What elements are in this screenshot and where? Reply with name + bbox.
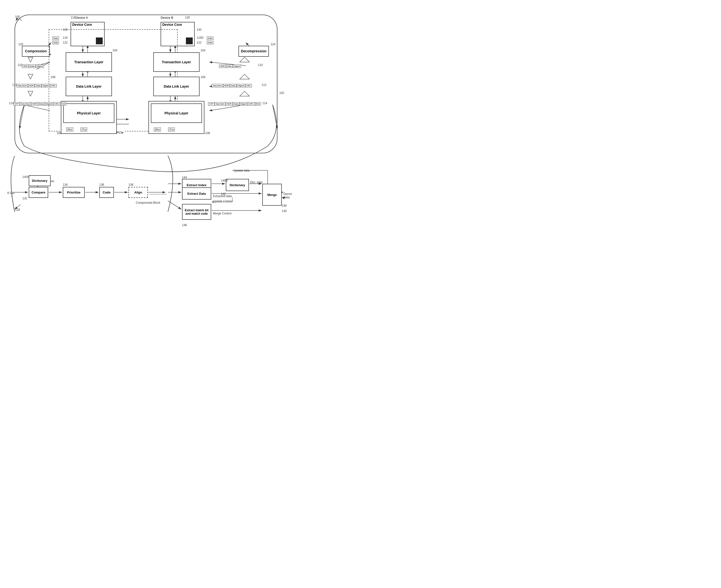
ref-146: 146: [182, 224, 187, 227]
compare-box: Compare: [29, 187, 48, 198]
digest-box-r1: Digest: [233, 64, 241, 68]
packet-row-seqnum-right: Seq Num HDR Data Digest CRC: [212, 84, 252, 87]
dictionary-a-box: Dictionary: [29, 175, 50, 186]
physical-layer-a-outer: Physical Layer (Rx) (Tx): [61, 101, 117, 134]
hdr-box-l2: HDR: [28, 84, 35, 87]
ref-108b: 108: [205, 131, 210, 135]
rx-label-b: (Rx): [154, 128, 161, 131]
ref-134: 134: [63, 183, 68, 186]
data-box-l1: Data: [29, 64, 36, 68]
extract-match-box: Extract match bit and match code: [182, 204, 211, 220]
ref-132-arrow: →: [10, 194, 13, 197]
digest-box-l3: Digest: [45, 102, 53, 106]
merge-label: Merge: [268, 193, 277, 197]
tx-label-b: (Tx): [168, 128, 175, 131]
crc-box-l: CRC: [50, 84, 57, 87]
data-box-l3: Data: [38, 102, 45, 106]
hdr-box-l1: HDR: [22, 64, 29, 68]
transaction-layer-a-label: Transaction Layer: [74, 60, 103, 64]
physical-layer-a: Physical Layer: [63, 103, 114, 123]
extract-data-label: Extract Data: [187, 192, 206, 195]
data-link-layer-a: Data Link Layer: [66, 77, 112, 96]
ref-130b: 130: [282, 209, 287, 213]
ref-102: 102: [279, 91, 284, 95]
device-core-a-label: Device Core: [71, 21, 93, 28]
packet-row-seqnum-left: Seq Num HDR Data Digest CRC: [17, 84, 57, 87]
physical-layer-b-outer: Physical Layer (Rx) (Tx): [148, 101, 205, 134]
align-label: Align: [134, 191, 142, 194]
ref-140a: 140A: [22, 175, 29, 178]
device-a-label: Device A: [76, 16, 88, 19]
ref-110b: 110: [258, 63, 263, 67]
data-box-r2: Data: [230, 84, 236, 87]
transaction-layer-b-label: Transaction Layer: [162, 60, 191, 64]
decompression-box: Decompression: [238, 46, 269, 57]
tx-label-a: (Tx): [81, 128, 87, 131]
compression-label: Compression: [25, 49, 47, 53]
hdr-box-r2: HDR: [223, 84, 230, 87]
packet-row-stp-left: STP Seq Num HDR Data Digest CRC End: [14, 102, 66, 106]
merge-box: Merge: [262, 184, 282, 206]
seqnum-box-r: Seq Num: [212, 84, 223, 87]
ref-136: 136: [99, 183, 104, 186]
update-data-label: Update data: [234, 169, 249, 172]
decompression-label: Decompression: [241, 49, 267, 53]
ref-132: 132: [22, 197, 27, 200]
ref-108a: 108: [57, 131, 62, 135]
ref-130a: 130: [197, 28, 202, 31]
compression-box: Compression: [22, 46, 50, 57]
crc-box-r: CRC: [245, 84, 252, 87]
ref-140b: 140B: [221, 179, 228, 182]
dict-data-label: Dict. data: [250, 181, 262, 184]
end-box-r: End: [255, 102, 261, 106]
extract-match-label: Extract match bit and match code: [183, 209, 211, 215]
data-box-122b: Data: [207, 41, 213, 44]
physical-layer-b-label: Physical Layer: [165, 111, 188, 115]
seqnum-box-l: Seq Num: [17, 84, 28, 87]
device-b-label: Device B: [161, 16, 173, 19]
ref-114a: 114: [9, 102, 14, 105]
ref-144: 144: [182, 176, 187, 179]
ref-114b: 114: [262, 102, 267, 105]
device-core-b-icon: [186, 38, 193, 44]
data-box-l2: Data: [35, 84, 41, 87]
ref-128-bottom: 128: [15, 208, 20, 211]
data-box-r1: Data: [226, 64, 233, 68]
ref-106b: 106: [200, 76, 205, 79]
ref-104a: 104: [112, 49, 117, 52]
dictionary-a-label: Dictionary: [32, 179, 47, 183]
data-link-layer-b-label: Data Link Layer: [164, 84, 189, 89]
rx-label-a: (Rx): [66, 128, 73, 131]
transaction-layer-b: Transaction Layer: [153, 52, 199, 72]
prioritize-box: Prioritize: [63, 187, 85, 198]
stp-box-l: STP: [14, 102, 20, 106]
device-core-b-label: Device Core: [161, 21, 183, 28]
extract-index-label: Extract Index: [187, 183, 207, 187]
ref-112b: 112: [261, 83, 267, 87]
update-control-label: Update Control: [213, 200, 233, 203]
packet-row-stp-right: STP Seq Num HDR Data Digest CRC End: [208, 102, 261, 106]
ref-120: 120: [18, 43, 23, 46]
transaction-layer-a: Transaction Layer: [66, 52, 112, 72]
dictionary-b-box: Dictionary: [226, 179, 249, 191]
stp-box-r: STP: [208, 102, 214, 106]
digest-box-r2: Digest: [237, 84, 245, 87]
digest-box-l2: Digest: [42, 84, 50, 87]
hdr-box-r3: HDR: [226, 102, 233, 106]
ref-122b: 122: [197, 41, 202, 44]
code-box: Code: [99, 187, 114, 198]
physical-layer-b: Physical Layer: [151, 103, 202, 123]
data-box-116b: Data: [207, 37, 213, 40]
packet-row-hdr-data-digest-right: HDR Data Digest: [219, 64, 241, 68]
physical-layer-a-label: Physical Layer: [77, 111, 101, 115]
packet-row-hdr-data-digest-left: HDR Data Digest: [22, 64, 44, 68]
code-label: Code: [103, 191, 111, 194]
data-box-r3: Data: [233, 102, 239, 106]
ref-126: 126: [185, 16, 190, 19]
decomp-arrow: [282, 197, 286, 199]
data-link-layer-a-label: Data Link Layer: [76, 84, 102, 89]
ref-124: 124: [271, 43, 275, 46]
ref-106a: 106: [50, 76, 56, 79]
data-link-layer-b: Data Link Layer: [153, 77, 199, 96]
ref-110a: 110: [18, 63, 22, 67]
